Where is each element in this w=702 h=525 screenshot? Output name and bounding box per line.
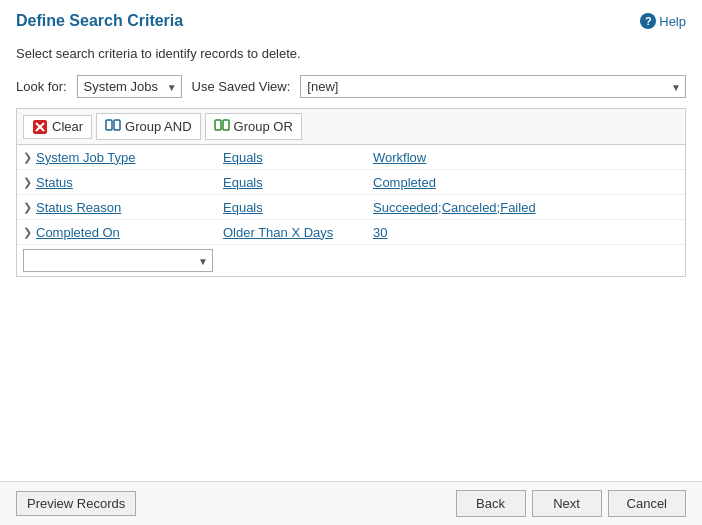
table-row: ❯ System Job Type Equals Workflow (17, 145, 685, 170)
group-and-label: Group AND (125, 119, 191, 134)
use-saved-view-label: Use Saved View: (192, 79, 291, 94)
help-label: Help (659, 14, 686, 29)
criteria-body: ❯ System Job Type Equals Workflow (17, 145, 685, 276)
value-link[interactable]: Completed (373, 175, 436, 190)
footer: Preview Records Back Next Cancel (0, 481, 702, 525)
value-link[interactable]: Succeeded;Canceled;Failed (373, 200, 536, 215)
chevron-icon[interactable]: ❯ (23, 201, 32, 214)
table-row: ❯ Status Equals Completed (17, 170, 685, 195)
value-cell: 30 (367, 221, 685, 244)
operator-link[interactable]: Equals (223, 175, 263, 190)
table-row: ❯ Completed On Older Than X Days 30 (17, 220, 685, 245)
group-or-icon (214, 117, 230, 136)
preview-records-button[interactable]: Preview Records (16, 491, 136, 516)
new-criterion-row (17, 245, 685, 276)
table-row: ❯ Status Reason Equals Succeeded;Cancele… (17, 195, 685, 220)
help-link[interactable]: ? Help (640, 13, 686, 29)
operator-cell: Equals (217, 171, 367, 194)
value-link[interactable]: Workflow (373, 150, 426, 165)
operator-link[interactable]: Older Than X Days (223, 225, 333, 240)
group-and-button[interactable]: Group AND (96, 113, 200, 140)
criteria-table: ❯ System Job Type Equals Workflow (16, 144, 686, 277)
operator-link[interactable]: Equals (223, 150, 263, 165)
value-cell: Succeeded;Canceled;Failed (367, 196, 685, 219)
value-cell: Completed (367, 171, 685, 194)
saved-view-select-wrapper: [new] (300, 75, 686, 98)
field-link[interactable]: Status Reason (36, 200, 121, 215)
operator-link[interactable]: Equals (223, 200, 263, 215)
new-criterion-select-wrapper (23, 249, 213, 272)
svg-rect-3 (106, 120, 112, 130)
operator-cell: Equals (217, 196, 367, 219)
next-button[interactable]: Next (532, 490, 602, 517)
description-text: Select search criteria to identify recor… (16, 46, 686, 61)
svg-rect-6 (223, 120, 229, 130)
field-link[interactable]: Completed On (36, 225, 120, 240)
field-cell: ❯ Status (17, 171, 217, 194)
group-and-icon (105, 117, 121, 136)
field-cell: ❯ System Job Type (17, 146, 217, 169)
look-for-select-wrapper: System Jobs (77, 75, 182, 98)
operator-cell: Equals (217, 146, 367, 169)
footer-left: Preview Records (16, 491, 136, 516)
operator-cell: Older Than X Days (217, 221, 367, 244)
back-button[interactable]: Back (456, 490, 526, 517)
look-for-select[interactable]: System Jobs (77, 75, 182, 98)
group-or-button[interactable]: Group OR (205, 113, 302, 140)
criteria-toolbar: Clear Group AND (16, 108, 686, 144)
clear-button[interactable]: Clear (23, 115, 92, 139)
main-content: Select search criteria to identify recor… (0, 38, 702, 481)
criteria-area: Clear Group AND (16, 108, 686, 277)
new-criterion-select[interactable] (23, 249, 213, 272)
svg-rect-5 (215, 120, 221, 130)
header: Define Search Criteria ? Help (0, 0, 702, 38)
page-title: Define Search Criteria (16, 12, 183, 30)
field-link[interactable]: Status (36, 175, 73, 190)
svg-rect-4 (114, 120, 120, 130)
clear-icon (32, 119, 48, 135)
field-link[interactable]: System Job Type (36, 150, 135, 165)
filter-row: Look for: System Jobs Use Saved View: [n… (16, 75, 686, 98)
help-icon: ? (640, 13, 656, 29)
field-cell: ❯ Status Reason (17, 196, 217, 219)
look-for-label: Look for: (16, 79, 67, 94)
chevron-icon[interactable]: ❯ (23, 151, 32, 164)
field-cell: ❯ Completed On (17, 221, 217, 244)
saved-view-select[interactable]: [new] (300, 75, 686, 98)
chevron-icon[interactable]: ❯ (23, 176, 32, 189)
cancel-button[interactable]: Cancel (608, 490, 686, 517)
clear-label: Clear (52, 119, 83, 134)
group-or-label: Group OR (234, 119, 293, 134)
footer-right: Back Next Cancel (456, 490, 686, 517)
value-link[interactable]: 30 (373, 225, 387, 240)
chevron-icon[interactable]: ❯ (23, 226, 32, 239)
value-cell: Workflow (367, 146, 685, 169)
